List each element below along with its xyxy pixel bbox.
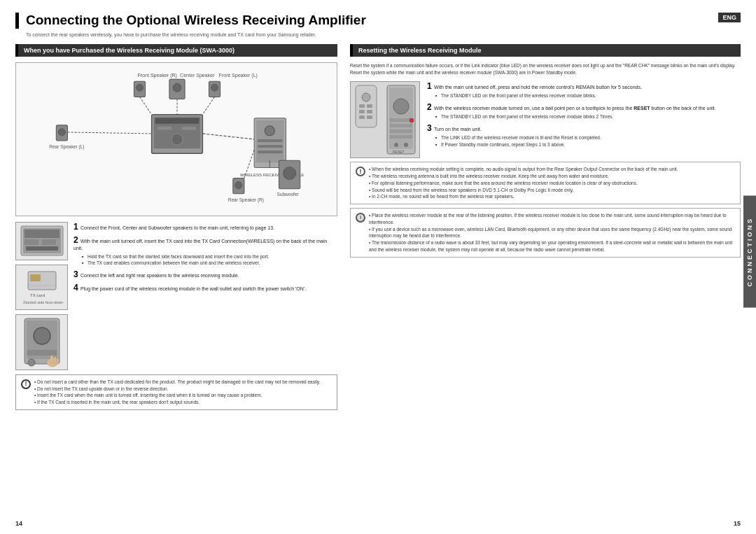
svg-rect-20 <box>258 150 282 153</box>
info2-line-2: • If you use a device such as a microwav… <box>369 226 735 240</box>
svg-rect-63 <box>367 110 372 113</box>
svg-point-51 <box>34 328 50 344</box>
step-2: 2 With the main unit turned off, insert … <box>74 235 337 266</box>
svg-rect-70 <box>390 124 412 127</box>
step-2-bullets: Hold the TX card so that the slanted sid… <box>74 253 337 266</box>
svg-rect-42 <box>42 239 56 245</box>
svg-text:Front Speaker (L): Front Speaker (L) <box>219 73 258 78</box>
step-1: 1 Connect the Front, Center and Subwoofe… <box>74 222 337 232</box>
info2-line-3: • The transmission distance of a radio w… <box>369 239 735 253</box>
svg-text:Center Speaker: Center Speaker <box>180 73 215 78</box>
connections-side-label: CONNECTIONS <box>743 196 756 308</box>
main-title: Connecting the Optional Wireless Receivi… <box>15 13 741 29</box>
step-4: 4 Plug the power cord of the wireless re… <box>74 283 337 293</box>
reset-step-1: 1 With the main unit turned off, press a… <box>427 81 741 99</box>
subtitle-text: To connect the rear speakers wirelessly,… <box>15 32 741 37</box>
info-box-2: i • Place the wireless receiver module a… <box>350 208 741 258</box>
reset-step-1-text: With the main unit turned off, press and… <box>434 85 642 90</box>
step-2-text: With the main unit turned off, insert th… <box>74 239 327 251</box>
svg-rect-62 <box>359 110 365 113</box>
reset-step-2-number: 2 <box>427 102 434 112</box>
svg-rect-55 <box>50 356 53 364</box>
reset-desc-1: Reset the system if a communication fail… <box>350 62 741 69</box>
right-section-header: Resetting the Wireless Receiving Module <box>350 44 741 57</box>
svg-text:Rear Speaker (R): Rear Speaker (R) <box>228 197 264 203</box>
svg-rect-57 <box>57 358 59 364</box>
svg-rect-72 <box>390 135 412 139</box>
reset-step-2-bullets: The STANDBY LED on the front panel of th… <box>427 113 741 120</box>
info-box-1-text: • When the wireless receiving module set… <box>369 166 678 200</box>
warning-line-2: • Do not insert the TX card upside down … <box>34 386 320 393</box>
info-line-3: • For optimal listening performance, mak… <box>369 180 678 187</box>
content-columns: When you have Purchased the Wireless Rec… <box>15 44 741 515</box>
svg-rect-58 <box>356 85 377 127</box>
info2-line-1: • Place the wireless receiver module at … <box>369 212 735 226</box>
reset-description: Reset the system if a communication fail… <box>350 62 741 76</box>
svg-rect-69 <box>390 118 412 122</box>
svg-point-73 <box>394 143 398 147</box>
step-images-col: TX card Slanted side face-down <box>15 222 68 370</box>
svg-line-31 <box>139 97 151 114</box>
svg-rect-40 <box>24 230 59 238</box>
diagram-svg: Front Speaker (R) Front Speaker (L) Cent… <box>22 69 331 210</box>
svg-rect-61 <box>367 104 372 108</box>
svg-rect-19 <box>258 145 282 148</box>
info-line-2: • The wireless receiving antenna is buil… <box>369 173 678 180</box>
step-3: 3 Connect the left and right rear speake… <box>74 269 337 279</box>
svg-rect-13 <box>158 127 172 130</box>
reset-step-3-bullets: The LINK LED of the wireless receiver mo… <box>427 134 741 147</box>
svg-point-59 <box>362 93 370 101</box>
page-number-left: 14 <box>15 520 22 527</box>
svg-text:TX card: TX card <box>30 293 45 297</box>
warning-line-1: • Do not insert a card other than the TX… <box>34 379 320 386</box>
reset-desc-2: Reset the system while the main unit and… <box>350 69 741 76</box>
svg-rect-64 <box>359 115 365 119</box>
info-box-1: ! • When the wireless receiving module s… <box>350 162 741 204</box>
speaker-diagram: Front Speaker (R) Front Speaker (L) Cent… <box>15 62 337 216</box>
svg-rect-52 <box>27 350 57 356</box>
svg-point-6 <box>136 84 143 91</box>
page-numbers: 14 15 <box>0 520 756 527</box>
svg-text:Front Speaker (R): Front Speaker (R) <box>137 73 177 78</box>
right-column: Resetting the Wireless Receiving Module … <box>350 44 741 515</box>
svg-point-4 <box>173 83 181 92</box>
reset-step-3-bullet-2: If Power Standby mode continues, repeat … <box>435 141 741 148</box>
steps-text-col: 1 Connect the Front, Center and Subwoofe… <box>74 222 337 370</box>
reset-step-3-text: Turn on the main unit. <box>434 127 482 132</box>
svg-rect-18 <box>258 139 282 142</box>
step-image-power <box>15 314 68 370</box>
step-4-text: Plug the power cord of the wireless rece… <box>80 286 306 291</box>
svg-point-8 <box>211 84 218 91</box>
svg-line-35 <box>67 132 151 134</box>
reset-image-col: RESET <box>350 81 420 158</box>
svg-point-17 <box>265 126 274 136</box>
svg-point-29 <box>235 181 242 188</box>
warning-line-3: • Insert the TX card when the main unit … <box>34 392 320 399</box>
svg-rect-41 <box>24 239 38 245</box>
svg-rect-14 <box>182 127 196 130</box>
svg-point-12 <box>172 134 183 145</box>
left-section-header: When you have Purchased the Wireless Rec… <box>15 44 337 57</box>
reset-step-1-bullet-1: The STANDBY LED on the front panel of th… <box>435 92 741 99</box>
svg-text:Slanted side face-down: Slanted side face-down <box>23 300 63 304</box>
info-icon-1: ! <box>356 167 365 176</box>
warning-line-4: • If the TX Card is inserted in the main… <box>34 399 320 406</box>
step-image-txcard: TX card Slanted side face-down <box>15 265 68 310</box>
reset-steps-area: RESET 1 With the main unit turned off, p… <box>350 81 741 158</box>
reset-step-2-bullet-1: The STANDBY LED on the front panel of th… <box>435 113 741 120</box>
reset-step-2-text: With the wireless receiver module turned… <box>434 106 716 111</box>
svg-rect-11 <box>155 118 200 123</box>
svg-text:Subwoofer: Subwoofer <box>276 192 299 197</box>
info-line-4: • Sound will be heard from the wireless … <box>369 187 678 194</box>
svg-rect-56 <box>54 357 56 364</box>
svg-point-26 <box>58 129 65 136</box>
reset-step-1-bullets: The STANDBY LED on the front panel of th… <box>427 92 741 99</box>
info-line-5: • In 2-CH mode, no sound will be heard f… <box>369 193 678 200</box>
reset-step-2: 2 With the wireless receiver module turn… <box>427 102 741 120</box>
svg-rect-71 <box>390 129 412 133</box>
warning-box: ! • Do not insert a card other than the … <box>15 374 337 410</box>
steps-area: TX card Slanted side face-down <box>15 222 337 370</box>
info-line-1: • When the wireless receiving module set… <box>369 166 678 173</box>
left-column: When you have Purchased the Wireless Rec… <box>15 44 337 515</box>
svg-line-33 <box>202 97 214 114</box>
